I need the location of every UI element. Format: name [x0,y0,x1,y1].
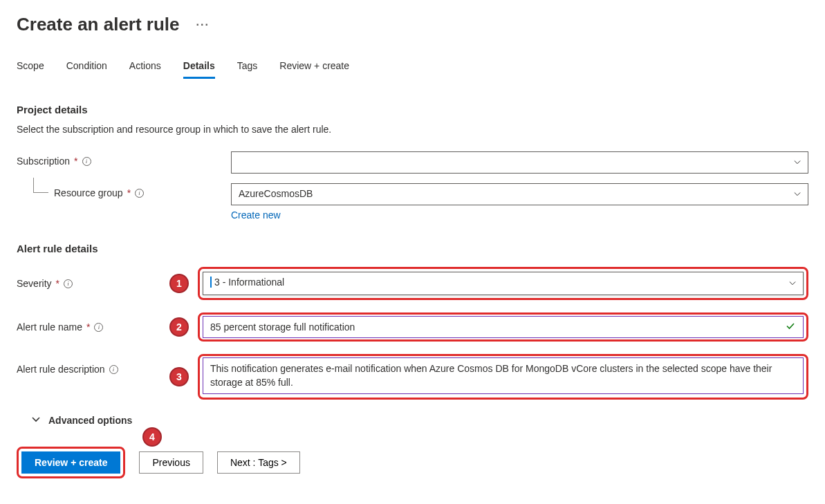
callout-badge-1: 1 [169,274,189,293]
severity-row: Severity * i 1 3 - Informational [17,267,808,300]
project-details-description: Select the subscription and resource gro… [17,124,808,135]
subscription-label: Subscription [17,156,70,167]
callout-highlight-1: 1 3 - Informational [198,267,808,300]
tab-bar: Scope Condition Actions Details Tags Rev… [17,60,808,79]
project-details-heading: Project details [17,104,808,115]
advanced-options-toggle[interactable]: Advanced options 4 [32,415,808,426]
subscription-label-group: Subscription * i [17,151,231,167]
subscription-select[interactable] [231,151,808,174]
chevron-down-icon [794,159,801,166]
alert-desc-label: Alert rule description [17,364,105,375]
info-icon[interactable]: i [135,189,144,198]
chevron-down-icon [789,280,796,287]
alert-desc-control-wrap: 3 [198,354,808,400]
chevron-down-icon [32,415,40,426]
tab-scope[interactable]: Scope [17,60,44,79]
tree-connector-icon [33,178,48,193]
chevron-down-icon [794,191,801,198]
alert-rule-details-heading: Alert rule details [17,243,808,254]
subscription-row: Subscription * i [17,151,808,174]
create-new-link[interactable]: Create new [231,209,281,221]
severity-label: Severity [17,278,52,289]
page-title: Create an alert rule [17,14,180,35]
required-marker: * [86,321,90,333]
required-marker: * [74,156,77,167]
callout-badge-2: 2 [169,317,189,337]
alert-name-input[interactable] [203,316,804,338]
required-marker: * [56,278,59,289]
subscription-select-wrap [231,151,808,174]
resource-group-select[interactable]: AzureCosmosDB [231,183,808,205]
alert-desc-row: Alert rule description i 3 [17,354,808,400]
next-tags-button[interactable]: Next : Tags > [217,451,300,474]
severity-value: 3 - Informational [210,277,284,288]
callout-badge-4: 4 [142,427,162,447]
resource-group-label: Resource group [54,187,123,198]
info-icon[interactable]: i [82,157,91,166]
tab-review-create[interactable]: Review + create [279,60,349,79]
advanced-options-label: Advanced options [48,415,132,426]
footer-bar: Review + create Previous Next : Tags > [17,447,808,478]
callout-highlight-3: 3 [198,354,808,400]
alert-name-row: Alert rule name * i 2 [17,312,808,342]
page-header: Create an alert rule ··· [17,14,808,35]
resource-group-row: Resource group * i AzureCosmosDB Create … [17,183,808,221]
info-icon[interactable]: i [64,279,73,288]
alert-desc-textarea[interactable] [203,357,804,394]
required-marker: * [127,187,131,198]
resource-group-value: AzureCosmosDB [239,188,313,199]
resource-group-label-group: Resource group * i [17,183,231,198]
tab-details[interactable]: Details [183,60,215,79]
previous-button[interactable]: Previous [139,451,203,474]
check-icon [786,321,795,333]
tab-condition[interactable]: Condition [66,60,107,79]
severity-control-wrap: 1 3 - Informational [198,267,808,300]
info-icon[interactable]: i [109,365,118,374]
severity-select[interactable]: 3 - Informational [203,272,804,295]
alert-name-label: Alert rule name [17,321,82,333]
resource-group-select-wrap: AzureCosmosDB Create new [231,183,808,221]
alert-name-control-wrap: 2 [198,312,808,342]
tab-actions[interactable]: Actions [129,60,161,79]
callout-highlight-2: 2 [198,312,808,342]
tab-tags[interactable]: Tags [237,60,258,79]
info-icon[interactable]: i [94,323,103,332]
callout-highlight-4: Review + create [17,447,125,478]
callout-badge-3: 3 [169,367,189,386]
more-actions-icon[interactable]: ··· [196,19,210,31]
review-create-button[interactable]: Review + create [21,451,120,474]
